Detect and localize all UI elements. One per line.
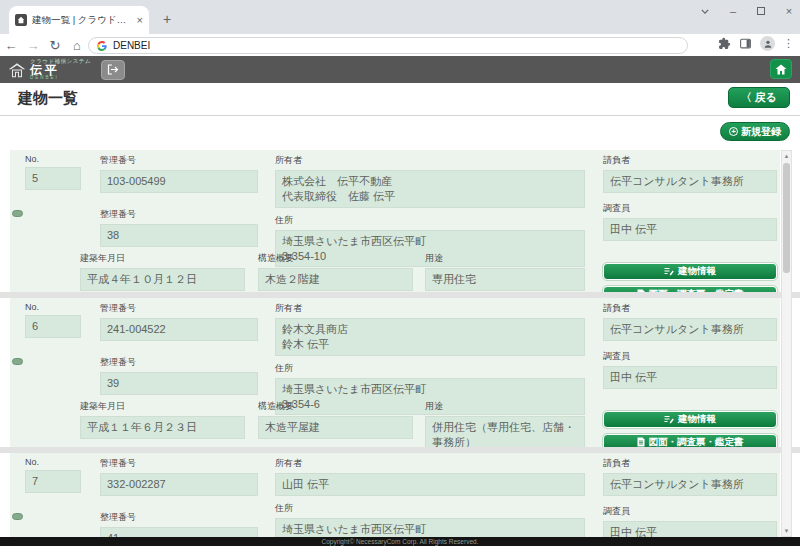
scrollbar-thumb[interactable]	[783, 163, 790, 273]
surveyor-value: 田中 伝平	[603, 218, 777, 241]
field-label: No.	[25, 154, 81, 164]
no-value: 6	[25, 315, 81, 338]
list-edit-icon	[664, 267, 674, 276]
building-record: No. 7 管理番号 332-002287 整理番号 41 所有者 山田 伝平 …	[10, 453, 780, 537]
surveyor-value: 田中 伝平	[603, 366, 777, 389]
building-record: No. 6 管理番号 241-004522 整理番号 39 所有者 鈴木文具商店…	[10, 298, 780, 447]
google-icon	[97, 41, 107, 51]
built-value: 平成４年１０月１２日	[80, 268, 245, 291]
field-label: 所有者	[275, 154, 585, 167]
structure-value: 木造平屋建	[258, 416, 413, 439]
brand-sub: DENBEI	[30, 76, 91, 81]
surveyor-value: 田中 伝平	[603, 521, 777, 537]
field-label: 建築年月日	[80, 400, 245, 413]
logout-button[interactable]	[101, 60, 125, 80]
field-label: 請負者	[603, 457, 777, 470]
contractor-value: 伝平コンサルタント事務所	[603, 170, 777, 193]
field-label: 整理番号	[100, 511, 258, 524]
usage-value: 専用住宅	[425, 268, 585, 291]
field-label: No.	[25, 302, 81, 312]
no-value: 7	[25, 470, 81, 493]
side-panel-icon[interactable]	[739, 37, 752, 50]
field-label: 調査員	[603, 505, 777, 518]
field-label: 請負者	[603, 302, 777, 315]
link-icon	[12, 210, 23, 217]
field-label: 建築年月日	[80, 252, 245, 265]
app-logo[interactable]: クラウド補償システム 伝平 DENBEI	[8, 59, 91, 81]
document-icon	[637, 437, 645, 447]
plus-circle-icon: +	[729, 127, 738, 136]
scroll-down-icon[interactable]: ▼	[782, 526, 791, 536]
field-label: 構造概要	[258, 400, 413, 413]
forward-icon[interactable]: →	[22, 38, 44, 53]
minimize-button[interactable]: –	[726, 4, 740, 18]
seiri-value: 38	[100, 224, 258, 247]
tab-close-icon[interactable]: ×	[137, 15, 143, 26]
built-value: 平成１１年６月２３日	[80, 416, 245, 439]
menu-kebab-icon[interactable]: ⋮	[783, 37, 794, 50]
field-label: 所有者	[275, 457, 585, 470]
kanri-value: 241-004522	[100, 318, 258, 341]
kanri-value: 332-002287	[100, 473, 258, 496]
field-label: 構造概要	[258, 252, 413, 265]
chevron-down-icon[interactable]	[698, 4, 712, 18]
owner-value: 株式会社 伝平不動産 代表取締役 佐藤 伝平	[275, 170, 585, 208]
app-header: クラウド補償システム 伝平 DENBEI	[0, 56, 800, 83]
list-edit-icon	[664, 415, 674, 424]
field-label: 請負者	[603, 154, 777, 167]
kanri-value: 103-005499	[100, 170, 258, 193]
field-label: 調査員	[603, 202, 777, 215]
field-label: 整理番号	[100, 208, 258, 221]
seiri-value: 41	[100, 527, 258, 537]
address-bar[interactable]: DENBEI	[88, 37, 688, 54]
back-icon[interactable]: ←	[0, 38, 22, 53]
close-button[interactable]: ×	[782, 4, 796, 18]
chevron-left-icon: 〈	[741, 90, 752, 105]
seiri-value: 39	[100, 372, 258, 395]
extensions-icon[interactable]	[718, 37, 731, 50]
contractor-value: 伝平コンサルタント事務所	[603, 318, 777, 341]
owner-value: 山田 伝平	[275, 473, 585, 496]
scroll-up-icon[interactable]: ▲	[782, 151, 791, 161]
address-text[interactable]: DENBEI	[113, 40, 150, 51]
building-record: No. 5 管理番号 103-005499 整理番号 38 所有者 株式会社 伝…	[10, 150, 780, 292]
contractor-value: 伝平コンサルタント事務所	[603, 473, 777, 496]
profile-avatar[interactable]	[760, 36, 775, 51]
reload-icon[interactable]: ↻	[44, 38, 66, 53]
field-label: No.	[25, 457, 81, 467]
address-value: 埼玉県さいたま市西区伝平町 3-355-1	[275, 518, 585, 537]
footer: Copyright© NecessaryCom Corp. All Rights…	[0, 537, 800, 546]
building-list: No. 5 管理番号 103-005499 整理番号 38 所有者 株式会社 伝…	[0, 150, 800, 537]
no-value: 5	[25, 167, 81, 190]
field-label: 調査員	[603, 350, 777, 363]
new-tab-button[interactable]: +	[158, 10, 176, 28]
field-label: 住所	[275, 362, 585, 375]
app-home-button[interactable]	[770, 59, 792, 79]
structure-value: 木造２階建	[258, 268, 413, 291]
field-label: 用途	[425, 400, 585, 413]
building-info-button[interactable]: 建物情報	[603, 411, 777, 428]
field-label: 整理番号	[100, 356, 258, 369]
denbei-house-icon	[8, 62, 26, 78]
owner-value: 鈴木文具商店 鈴木 伝平	[275, 318, 585, 356]
link-icon	[12, 513, 23, 520]
maximize-button[interactable]	[754, 4, 768, 18]
back-button[interactable]: 〈 戻る	[728, 87, 790, 108]
building-info-button[interactable]: 建物情報	[603, 263, 777, 280]
page-title: 建物一覧	[18, 89, 78, 108]
tab-title: 建物一覧 | クラウド補償システム 伝平	[32, 14, 132, 27]
home-icon[interactable]: ⌂	[66, 38, 88, 53]
field-label: 管理番号	[100, 154, 258, 167]
field-label: 住所	[275, 502, 585, 515]
field-label: 用途	[425, 252, 585, 265]
browser-tabstrip: 建物一覧 | クラウド補償システム 伝平 × + – ×	[0, 0, 800, 34]
field-label: 住所	[275, 214, 585, 227]
list-scrollbar[interactable]: ▲ ▼	[781, 150, 792, 537]
field-label: 所有者	[275, 302, 585, 315]
browser-tab[interactable]: 建物一覧 | クラウド補償システム 伝平 ×	[9, 6, 149, 34]
new-registration-button[interactable]: + 新規登録	[720, 122, 790, 141]
title-divider	[0, 115, 800, 116]
link-icon	[12, 358, 23, 365]
copyright-text: Copyright© NecessaryCom Corp. All Rights…	[322, 538, 479, 545]
tab-favicon-icon	[15, 14, 27, 26]
